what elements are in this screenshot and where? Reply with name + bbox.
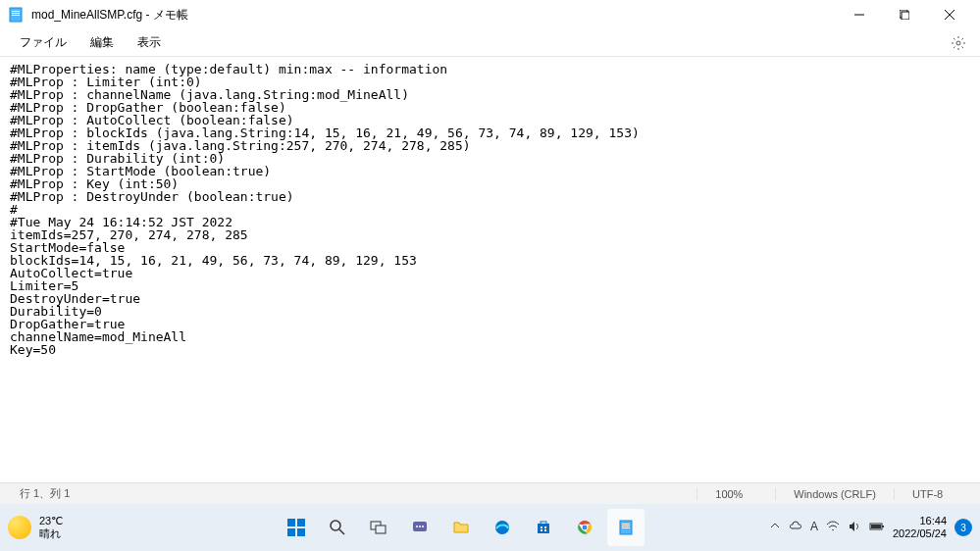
svg-rect-38 (871, 525, 881, 528)
edge-button[interactable] (484, 509, 521, 546)
system-tray: A 16:44 2022/05/24 3 (717, 515, 972, 540)
tray-wifi-icon[interactable] (826, 520, 840, 536)
tray-battery-icon[interactable] (869, 520, 885, 536)
svg-rect-1 (12, 11, 20, 12)
svg-rect-35 (622, 527, 630, 528)
svg-line-15 (339, 529, 344, 534)
task-view-button[interactable] (360, 509, 397, 546)
window-title: mod_MineAllSMP.cfg - メモ帳 (31, 7, 188, 24)
tray-volume-icon[interactable] (848, 520, 861, 536)
weather-temp: 23℃ (39, 515, 63, 527)
tray-chevron-icon[interactable] (769, 520, 781, 536)
weather-icon (8, 516, 31, 539)
svg-rect-17 (376, 526, 386, 533)
chrome-button[interactable] (566, 509, 603, 546)
status-line-ending: Windows (CRLF) (775, 488, 894, 500)
text-editor-content[interactable]: #MLProperties: name (type:default) min:m… (0, 57, 980, 482)
clock-time: 16:44 (893, 515, 947, 527)
status-bar: 行 1、列 1 100% Windows (CRLF) UTF-8 (0, 482, 980, 504)
taskbar: 23℃ 晴れ (0, 504, 980, 551)
status-zoom[interactable]: 100% (696, 488, 775, 500)
svg-rect-24 (541, 522, 546, 525)
svg-rect-2 (12, 13, 20, 14)
explorer-button[interactable] (442, 509, 480, 546)
notification-badge[interactable]: 3 (954, 519, 972, 536)
svg-point-20 (419, 526, 421, 527)
svg-rect-37 (882, 526, 884, 527)
svg-rect-26 (544, 526, 546, 528)
svg-rect-33 (622, 524, 630, 525)
status-encoding: UTF-8 (894, 488, 972, 500)
menu-view[interactable]: 表示 (126, 30, 173, 55)
window-controls (837, 0, 972, 29)
svg-rect-25 (541, 526, 542, 528)
svg-rect-10 (287, 519, 295, 526)
tray-onedrive-icon[interactable] (789, 520, 802, 536)
svg-rect-27 (541, 529, 542, 531)
svg-point-14 (331, 521, 340, 530)
chat-button[interactable] (401, 509, 438, 546)
tray-ime-icon[interactable]: A (810, 520, 818, 536)
menu-edit[interactable]: 編集 (78, 30, 126, 55)
status-position: 行 1、列 1 (8, 486, 696, 501)
store-button[interactable] (525, 509, 562, 546)
start-button[interactable] (278, 509, 315, 546)
svg-rect-13 (297, 528, 305, 536)
taskbar-clock[interactable]: 16:44 2022/05/24 (889, 515, 951, 540)
svg-rect-3 (12, 15, 20, 16)
minimize-button[interactable] (837, 0, 882, 29)
svg-rect-6 (902, 12, 909, 20)
weather-condition: 晴れ (39, 527, 63, 540)
svg-rect-12 (287, 528, 295, 536)
settings-button[interactable] (945, 29, 972, 57)
title-bar: mod_MineAllSMP.cfg - メモ帳 (0, 0, 980, 29)
svg-rect-28 (544, 529, 546, 531)
svg-point-21 (422, 526, 424, 527)
taskbar-center (204, 509, 717, 546)
taskbar-weather[interactable]: 23℃ 晴れ (8, 515, 204, 540)
clock-date: 2022/05/24 (893, 527, 947, 540)
svg-point-19 (416, 526, 418, 527)
maximize-button[interactable] (882, 0, 927, 29)
close-button[interactable] (927, 0, 972, 29)
svg-point-9 (956, 41, 960, 45)
notepad-taskbar-button[interactable] (607, 509, 645, 546)
notepad-icon (8, 7, 24, 23)
svg-rect-34 (622, 526, 630, 526)
menu-file[interactable]: ファイル (8, 30, 78, 55)
svg-point-31 (582, 525, 588, 530)
menu-bar: ファイル 編集 表示 (0, 29, 980, 57)
search-button[interactable] (319, 509, 356, 546)
svg-rect-11 (297, 519, 305, 526)
